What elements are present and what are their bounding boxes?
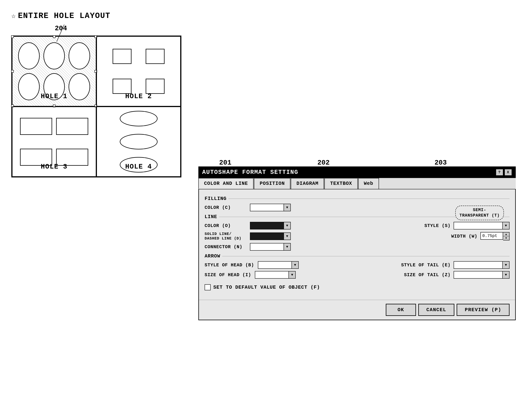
width-up-btn[interactable]: ▲ bbox=[503, 232, 509, 236]
dialog-title-buttons: ? X bbox=[496, 169, 512, 176]
dashed-dropdown-wrapper: ▼ bbox=[250, 232, 291, 240]
solid-dashed-label: SOLID LINE/ DASHED LINE (D) bbox=[205, 232, 246, 241]
style-head-wrapper: ▼ bbox=[258, 261, 299, 269]
width-label: WIDTH (W) bbox=[451, 234, 477, 239]
width-spinner: ▲ ▼ bbox=[503, 232, 509, 240]
dashed-dropdown-btn[interactable]: ▼ bbox=[284, 232, 291, 240]
hole2-label: HOLE 2 bbox=[125, 93, 152, 100]
ok-button[interactable]: OK bbox=[386, 304, 416, 316]
dialog-body: FILLING COLOR (C) ▼ SEMI- TRANSPARENT (T… bbox=[198, 189, 516, 320]
annotation-203: 203 bbox=[434, 159, 447, 167]
style-row: STYLE (S) ▼ bbox=[424, 222, 509, 230]
default-checkbox[interactable] bbox=[205, 284, 211, 290]
width-down-btn[interactable]: ▼ bbox=[503, 236, 509, 240]
circle-item bbox=[69, 73, 90, 100]
style-head-label: STYLE OF HEAD (B) bbox=[205, 263, 254, 268]
size-head-wrapper: ▼ bbox=[255, 271, 296, 279]
hole2-cell: HOLE 2 bbox=[96, 36, 181, 106]
line-color-label: COLOR (O) bbox=[205, 223, 246, 228]
size-head-dropdown[interactable] bbox=[255, 271, 289, 279]
tab-color-line[interactable]: COLOR AND LINE bbox=[198, 178, 254, 189]
ellipse-item bbox=[120, 111, 157, 126]
dashed-dropdown[interactable] bbox=[250, 232, 284, 240]
hole4-cell: HOLE 4 bbox=[96, 106, 181, 177]
filling-section: FILLING COLOR (C) ▼ SEMI- TRANSPARENT (T… bbox=[205, 196, 509, 211]
connector-label: CONNECTOR (N) bbox=[205, 244, 246, 249]
square-item bbox=[146, 49, 164, 64]
hole1-label: HOLE 1 bbox=[41, 93, 68, 100]
tab-textbox[interactable]: TEXTBOX bbox=[324, 178, 358, 189]
width-input[interactable] bbox=[480, 232, 503, 240]
dialog-title-bar: AUTOSHAPE FORMAT SETTING ? X bbox=[198, 166, 516, 178]
style-dropdown-wrapper: ▼ bbox=[454, 222, 509, 230]
tab-diagram[interactable]: DIAGRAM bbox=[291, 178, 324, 189]
color-dropdown-btn[interactable]: ▼ bbox=[284, 204, 291, 211]
size-head-label: SIZE OF HEAD (I) bbox=[205, 272, 251, 278]
style-tail-label: STYLE OF TAIL (E) bbox=[401, 263, 450, 268]
connector-dropdown-btn[interactable]: ▼ bbox=[284, 243, 291, 251]
line-color-dropdown-wrapper: ▼ bbox=[250, 222, 291, 230]
square-item bbox=[146, 79, 164, 94]
style-head-dropdown[interactable] bbox=[258, 261, 292, 269]
size-tail-wrapper: ▼ bbox=[454, 271, 509, 279]
hole3-cell: HOLE 3 bbox=[12, 106, 96, 177]
circle-item bbox=[18, 42, 40, 69]
autoshape-dialog: AUTOSHAPE FORMAT SETTING ? X COLOR AND L… bbox=[198, 166, 516, 386]
line-color-row: COLOR (O) ▼ STYLE (S) ▼ bbox=[205, 222, 509, 230]
hole-layout-grid: HOLE 1 HOLE 2 HOLE 3 bbox=[11, 35, 181, 178]
width-row: WIDTH (W) ▲ ▼ bbox=[451, 232, 509, 240]
ellipse-item bbox=[120, 134, 157, 149]
arrow-style-row: STYLE OF HEAD (B) ▼ STYLE OF TAIL (E) ▼ bbox=[205, 261, 509, 269]
filling-header: FILLING bbox=[205, 196, 509, 201]
dialog-footer: OK CANCEL PREVIEW (P) bbox=[199, 300, 515, 320]
help-button[interactable]: ? bbox=[496, 169, 503, 176]
rect-item bbox=[56, 118, 88, 135]
color-label: COLOR (C) bbox=[205, 205, 246, 210]
style-dropdown-btn[interactable]: ▼ bbox=[503, 222, 509, 230]
circle-item bbox=[18, 73, 40, 100]
arrow-section: ARROW STYLE OF HEAD (B) ▼ STYLE OF TAIL … bbox=[205, 253, 509, 279]
line-color-dropdown-btn[interactable]: ▼ bbox=[284, 222, 291, 230]
tab-position[interactable]: POSITION bbox=[254, 178, 290, 189]
page-title: ☆ ENTIRE HOLE LAYOUT bbox=[11, 11, 276, 20]
tab-web[interactable]: Web bbox=[358, 178, 379, 189]
size-tail-btn[interactable]: ▼ bbox=[503, 271, 509, 279]
annotation-201: 201 bbox=[219, 159, 231, 167]
style-label: STYLE (S) bbox=[424, 223, 450, 228]
filling-section-line bbox=[229, 199, 509, 199]
color-dropdown[interactable] bbox=[250, 204, 284, 211]
style-tail-dropdown[interactable] bbox=[454, 261, 503, 269]
cancel-button[interactable]: CANCEL bbox=[418, 304, 455, 316]
square-item bbox=[113, 49, 131, 64]
semi-transparent-option[interactable]: SEMI- TRANSPARENT (T) bbox=[455, 206, 504, 220]
square-item bbox=[113, 79, 131, 94]
style-tail-btn[interactable]: ▼ bbox=[503, 261, 509, 269]
annotation-202: 202 bbox=[317, 159, 330, 167]
circle-item bbox=[43, 42, 65, 69]
color-row: COLOR (C) ▼ SEMI- TRANSPARENT (T) bbox=[205, 204, 509, 211]
style-head-btn[interactable]: ▼ bbox=[292, 261, 299, 269]
dialog-tabs: COLOR AND LINE POSITION DIAGRAM TEXTBOX … bbox=[198, 178, 516, 189]
style-dropdown[interactable] bbox=[454, 222, 503, 230]
size-head-btn[interactable]: ▼ bbox=[289, 271, 296, 279]
star-icon: ☆ bbox=[11, 12, 16, 20]
hole3-label: HOLE 3 bbox=[41, 163, 68, 171]
arrow-header: ARROW bbox=[205, 253, 509, 259]
preview-button[interactable]: PREVIEW (P) bbox=[457, 304, 509, 316]
connector-row: CONNECTOR (N) ▼ bbox=[205, 243, 509, 251]
style-tail-wrapper: ▼ bbox=[454, 261, 509, 269]
size-tail-label: SIZE OF TAIL (Z) bbox=[404, 272, 450, 278]
size-tail-dropdown[interactable] bbox=[454, 271, 503, 279]
style-tail-row: STYLE OF TAIL (E) ▼ bbox=[401, 261, 509, 269]
connector-dropdown[interactable] bbox=[250, 243, 284, 251]
default-checkbox-label: SET TO DEFAULT VALUE OF OBJECT (F) bbox=[213, 284, 320, 290]
default-value-row: SET TO DEFAULT VALUE OF OBJECT (F) bbox=[205, 282, 509, 293]
circle-item bbox=[69, 42, 90, 69]
close-button[interactable]: X bbox=[504, 169, 512, 176]
hole4-label: HOLE 4 bbox=[125, 163, 152, 171]
line-color-dropdown[interactable] bbox=[250, 222, 284, 230]
dashed-line-row: SOLID LINE/ DASHED LINE (D) ▼ WIDTH (W) … bbox=[205, 232, 509, 241]
connector-dropdown-wrapper: ▼ bbox=[250, 243, 291, 251]
width-input-wrapper: ▲ ▼ bbox=[480, 232, 509, 240]
dialog-title: AUTOSHAPE FORMAT SETTING bbox=[202, 169, 298, 176]
